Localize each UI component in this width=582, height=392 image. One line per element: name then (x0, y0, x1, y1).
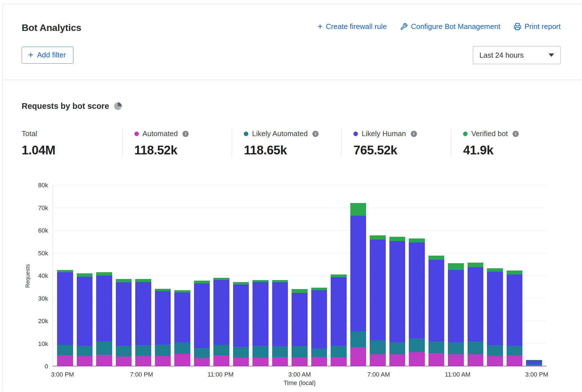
chart-bar-12[interactable] (292, 185, 308, 366)
chart-bar-13[interactable] (311, 185, 327, 366)
chart-bar-9[interactable] (233, 185, 249, 366)
time-range-value: Last 24 hours (479, 51, 524, 60)
info-icon[interactable]: i (312, 131, 319, 137)
automated-segment (233, 358, 249, 366)
likely-automated-segment (194, 348, 210, 358)
chart-bar-4[interactable] (135, 185, 151, 366)
chart-bar-3[interactable] (116, 185, 132, 366)
info-icon[interactable]: i (513, 131, 519, 137)
x-tick-label: 7:00 AM (367, 371, 390, 378)
automated-segment (155, 356, 171, 366)
chart-bar-10[interactable] (252, 185, 269, 366)
verified-bot-segment (292, 289, 308, 293)
chart-bar-15[interactable] (350, 185, 366, 366)
likely-automated-segment (57, 345, 73, 355)
bars-container (53, 185, 547, 366)
chart-bar-7[interactable] (194, 185, 210, 366)
chart-bar-1[interactable] (77, 185, 93, 366)
stat-label: Likely Automatedi (244, 129, 341, 138)
header: Bot Analytics +Create firewall ruleConfi… (3, 4, 582, 80)
likely-human-segment (77, 277, 93, 346)
verified-bot-segment (155, 289, 171, 291)
stat-value: 41.9k (463, 143, 561, 157)
chevron-down-icon (549, 53, 554, 57)
time-range-select[interactable]: Last 24 hours (473, 46, 561, 64)
likely-automated-segment (350, 331, 366, 347)
chart-bar-23[interactable] (507, 185, 523, 366)
x-tick-label: 3:00 PM (525, 371, 548, 378)
chart-bar-6[interactable] (174, 185, 190, 366)
likely-human-segment (174, 292, 190, 342)
chart-bar-11[interactable] (272, 185, 288, 366)
verified-bot-segment (96, 272, 112, 276)
chart-bar-21[interactable] (468, 185, 484, 366)
x-tick-label: 3:00 AM (288, 371, 311, 378)
action-label: Print report (524, 22, 561, 31)
action-create-firewall-rule[interactable]: +Create firewall rule (317, 22, 387, 31)
add-filter-button[interactable]: + Add filter (22, 47, 73, 64)
chart-plot: Requests 010k20k30k40k50k60k70k80k (53, 185, 547, 366)
stat-total-label: Total (22, 129, 122, 138)
likely-human-segment (292, 293, 308, 346)
action-label: Configure Bot Management (411, 22, 500, 31)
chart-bar-17[interactable] (389, 185, 405, 366)
y-tick-label: 70k (38, 204, 48, 212)
chart-bar-20[interactable] (448, 185, 464, 366)
likely-automated-segment (507, 346, 523, 355)
legend-dot (353, 132, 358, 136)
likely-automated-segment (311, 348, 327, 357)
y-tick-label: 0 (45, 363, 48, 370)
y-tick-label: 80k (38, 182, 48, 189)
x-axis-title: Time (local) (53, 379, 547, 387)
bot-analytics-card: Bot Analytics +Create firewall ruleConfi… (2, 4, 582, 391)
chart-bar-14[interactable] (331, 185, 347, 366)
legend-dot (244, 132, 248, 136)
likely-automated-segment (428, 341, 445, 353)
chart-bar-5[interactable] (155, 185, 171, 366)
likely-automated-segment (135, 345, 151, 356)
likely-human-segment (194, 283, 210, 348)
plus-icon: + (28, 51, 33, 59)
y-tick-label: 10k (38, 340, 48, 348)
chart-bar-8[interactable] (213, 185, 229, 366)
x-tick-label: 11:00 PM (207, 371, 234, 378)
likely-automated-segment (468, 341, 484, 355)
automated-segment (57, 355, 73, 366)
chart-bar-24[interactable] (526, 185, 542, 366)
stat-label-text: Likely Automated (252, 129, 308, 138)
action-configure-bot-management[interactable]: Configure Bot Management (400, 22, 500, 31)
pie-chart-icon (114, 102, 122, 110)
stat-value: 765.52k (353, 143, 451, 157)
likely-automated-segment (233, 347, 249, 358)
x-axis-labels: 3:00 PM7:00 PM11:00 PM3:00 AM7:00 AM11:0… (53, 366, 547, 378)
chart-bar-16[interactable] (370, 185, 386, 366)
verified-bot-segment (389, 237, 405, 241)
likely-automated-segment (96, 341, 112, 355)
verified-bot-segment (428, 256, 445, 260)
action-label: Create firewall rule (326, 22, 387, 31)
automated-segment (116, 356, 132, 366)
stat-likely-human: Likely Humani765.52k (341, 129, 451, 157)
likely-human-segment (331, 277, 347, 345)
verified-bot-segment (213, 278, 229, 280)
likely-human-segment (507, 274, 523, 346)
verified-bot-segment (57, 270, 73, 272)
likely-human-segment (213, 280, 229, 345)
likely-human-segment (155, 291, 171, 344)
info-icon[interactable]: i (182, 131, 189, 137)
likely-human-segment (311, 290, 327, 348)
section-title-row: Requests by bot score (22, 102, 561, 111)
info-icon[interactable]: i (411, 131, 417, 137)
automated-segment (292, 357, 308, 366)
y-tick-label: 50k (38, 250, 48, 257)
wrench-icon (400, 23, 408, 30)
action-print-report[interactable]: Print report (514, 22, 561, 31)
chart-bar-2[interactable] (96, 185, 112, 366)
verified-bot-segment (311, 288, 327, 290)
chart-bar-19[interactable] (428, 185, 445, 366)
likely-human-segment (487, 272, 503, 345)
chart-bar-0[interactable] (57, 185, 73, 366)
chart-bar-18[interactable] (409, 185, 425, 366)
likely-automated-segment (370, 340, 386, 354)
chart-bar-22[interactable] (487, 185, 503, 366)
